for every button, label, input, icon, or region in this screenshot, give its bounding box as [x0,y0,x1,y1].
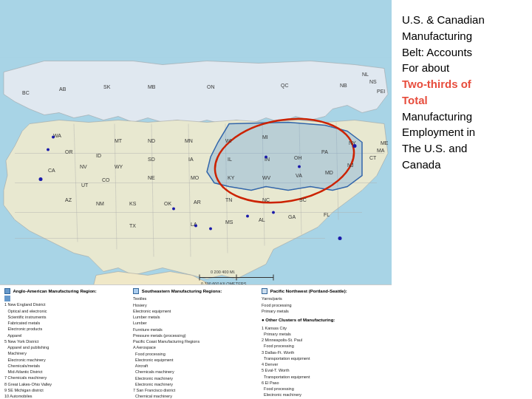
svg-text:WI: WI [225,138,232,143]
svg-text:PEI: PEI [377,89,385,94]
svg-text:NC: NC [262,197,270,202]
svg-point-75 [39,177,43,181]
title-line4: For about [402,61,449,74]
svg-text:CA: CA [48,168,55,173]
legend-other-title: ● Other Clusters of Manufacturing: [262,317,387,323]
legend-section-angloamerican: Anglo-American Manufacturing Region: 1 N… [4,288,130,399]
svg-text:NV: NV [80,164,87,169]
svg-text:NB: NB [340,83,347,88]
main-title: U.S. & Canadian Manufacturing Belt: Acco… [402,12,522,173]
svg-text:SK: SK [103,84,111,89]
svg-text:WV: WV [262,175,271,180]
svg-text:TN: TN [225,197,232,202]
svg-text:NE: NE [148,175,155,180]
svg-text:WY: WY [115,164,123,169]
title-line9: The U.S. and [402,142,467,154]
legend-southeast-title: Southeastern Manufacturing Regions: [133,288,259,294]
svg-text:OK: OK [164,201,171,206]
svg-text:ON: ON [207,84,215,89]
svg-text:ND: ND [148,138,155,143]
svg-text:PA: PA [321,149,328,154]
svg-text:ME: ME [381,140,389,146]
svg-point-80 [194,225,197,228]
title-line2: Manufacturing [402,30,472,42]
svg-text:OH: OH [294,155,302,160]
svg-point-78 [298,166,301,168]
svg-text:CO: CO [102,177,110,183]
svg-text:NS: NS [369,79,377,84]
svg-text:AB: AB [59,86,66,92]
legend-section-southeast: Southeastern Manufacturing Regions: Text… [133,288,259,399]
svg-text:MN: MN [185,138,193,143]
legend-section-pacific: Pacific Northwest (Portland-Seattle): Ya… [262,288,387,399]
svg-point-74 [47,149,50,151]
svg-text:NL: NL [362,72,369,77]
svg-point-76 [353,144,357,148]
svg-point-77 [265,156,267,159]
svg-text:SD: SD [148,157,155,162]
svg-text:MB: MB [148,84,156,89]
svg-text:SC: SC [299,197,307,202]
legend-pacific-title: Pacific Northwest (Portland-Seattle): [262,288,387,294]
title-line8: Employment in [402,126,475,138]
svg-text:KY: KY [228,175,235,180]
svg-text:MT: MT [115,138,123,143]
svg-text:MD: MD [325,170,333,175]
map-area: WA OR CA NV ID MT ND MN WI MI SD IA IL I… [0,0,392,399]
svg-text:QC: QC [281,83,289,89]
svg-text:MA: MA [377,148,385,153]
svg-text:IL: IL [228,157,232,162]
svg-text:MI: MI [262,134,268,140]
svg-text:MS: MS [225,219,233,225]
svg-point-79 [172,208,175,211]
svg-text:ID: ID [96,153,101,158]
svg-text:KS: KS [129,201,137,206]
svg-point-84 [338,236,342,240]
svg-text:UT: UT [81,183,89,188]
title-line10: Canada [402,158,441,171]
svg-text:OR: OR [65,149,73,154]
right-panel: U.S. & Canadian Manufacturing Belt: Acco… [392,0,532,399]
title-line1: U.S. & Canadian [402,13,485,26]
svg-text:GA: GA [288,214,296,219]
svg-text:MO: MO [191,175,200,180]
title-line3: Belt: Accounts [402,46,472,58]
svg-text:NJ: NJ [347,163,354,168]
svg-point-73 [52,136,55,139]
svg-point-81 [209,228,212,231]
svg-text:TX: TX [129,223,136,228]
svg-point-83 [272,211,275,214]
svg-text:BC: BC [22,90,30,95]
title-line7: Manufacturing [402,110,472,123]
svg-text:VA: VA [296,173,302,178]
svg-text:0    200   400 MI.: 0 200 400 MI. [211,270,236,274]
svg-text:AL: AL [259,217,265,222]
svg-text:AZ: AZ [65,197,72,202]
title-line6: Total [402,94,428,106]
svg-text:AR: AR [194,200,201,205]
legend-area: Anglo-American Manufacturing Region: 1 N… [0,284,392,399]
legend-angloamerican-title: Anglo-American Manufacturing Region: [4,288,130,294]
title-line5: Two-thirds of [402,78,471,90]
svg-text:NM: NM [96,201,104,206]
svg-point-82 [246,215,249,218]
svg-text:IA: IA [188,157,194,162]
svg-text:CT: CT [369,155,377,160]
svg-text:FL: FL [324,212,330,217]
